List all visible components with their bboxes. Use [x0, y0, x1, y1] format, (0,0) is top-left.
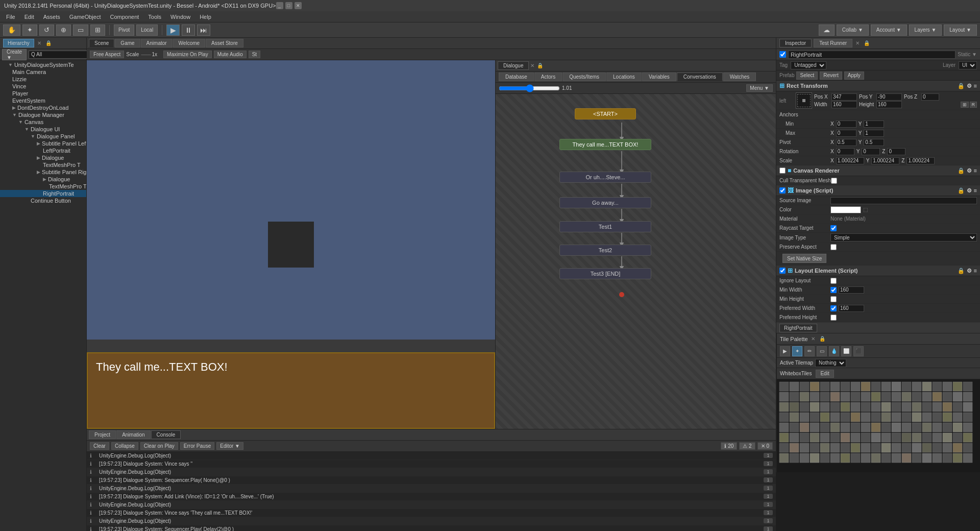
tab-console[interactable]: Console: [151, 430, 181, 439]
menu-window[interactable]: Window: [166, 13, 194, 21]
hand-tool-btn[interactable]: ✋: [3, 25, 20, 36]
hier-continue-btn[interactable]: Continue Button: [0, 197, 86, 204]
ignore-layout-cb[interactable]: [830, 278, 837, 284]
hierarchy-close[interactable]: ✕: [36, 40, 42, 46]
sub-tab-variables[interactable]: Variables: [642, 73, 676, 81]
console-item[interactable]: ℹUnityEngine.Debug.Log(Object)1: [87, 452, 776, 460]
menu-assets[interactable]: Assets: [39, 13, 64, 21]
node-response[interactable]: They call me...TEXT BOX!: [559, 139, 651, 150]
rot-y-input[interactable]: [862, 148, 880, 155]
node-opt5[interactable]: Test3 [END]: [559, 268, 651, 279]
menu-file[interactable]: File: [2, 13, 19, 21]
tile-erase-btn[interactable]: ⬜: [841, 346, 851, 356]
max-x-input[interactable]: [836, 130, 856, 137]
console-item[interactable]: ℹ[19:57:23] Dialogue System: Sequencer.P…: [87, 525, 776, 531]
step-btn[interactable]: ⏭: [197, 25, 210, 36]
console-item[interactable]: ℹ[19:57:23] Dialogue System: Vince says …: [87, 460, 776, 468]
hierarchy-create-btn[interactable]: Create ▼: [2, 49, 27, 60]
hierarchy-lock[interactable]: 🔒: [44, 40, 53, 46]
node-opt1[interactable]: Or uh....Steve...: [559, 172, 651, 183]
cull-transparent-cb[interactable]: [831, 178, 837, 184]
min-width-input[interactable]: [839, 286, 864, 294]
preferred-width-cb[interactable]: [830, 305, 837, 311]
collab-btn[interactable]: Collab ▼: [837, 25, 869, 36]
hier-dialogue-manager[interactable]: ▼Dialogue Manager: [0, 111, 86, 118]
hier-subtitle-right[interactable]: ▶Subtitle Panel Right: [0, 168, 86, 176]
edit-btn[interactable]: Edit: [816, 370, 834, 378]
console-item[interactable]: ℹUnityEngine.Debug.Log(Object)1: [87, 468, 776, 476]
rot-z-input[interactable]: [887, 148, 905, 155]
color-swatch[interactable]: [830, 206, 861, 213]
cr-menu-icon[interactable]: ≡: [974, 167, 977, 174]
console-item[interactable]: ℹUnityEngine.Debug.Log(Object)1: [87, 501, 776, 509]
inspector-lock[interactable]: 🔒: [863, 40, 871, 46]
rect-tool-btn[interactable]: ▭: [73, 25, 88, 36]
sub-tab-watches[interactable]: Watches: [723, 73, 756, 81]
hier-root[interactable]: ▼UnityDialogueSystemTe: [0, 61, 86, 68]
tile-move-btn[interactable]: ✦: [792, 346, 802, 356]
clear-btn[interactable]: Clear: [90, 442, 109, 450]
rt-r-btn[interactable]: R: [970, 102, 977, 108]
right-portrait-tab[interactable]: RightPortrait: [779, 324, 817, 332]
sub-tab-database[interactable]: Database: [499, 73, 534, 81]
hier-textmesh1[interactable]: TextMeshPro T: [0, 161, 86, 168]
is-lock-icon[interactable]: 🔒: [958, 187, 965, 194]
menu-tools[interactable]: Tools: [144, 13, 165, 21]
hier-textmesh2[interactable]: TextMeshPro T: [0, 183, 86, 190]
inspector-tab[interactable]: Inspector: [779, 39, 812, 47]
tile-fill-btn[interactable]: ⬛: [853, 346, 864, 356]
mute-audio-btn[interactable]: Mute Audio: [214, 51, 247, 58]
tab-scene[interactable]: Scene: [89, 39, 114, 47]
play-btn[interactable]: ▶: [166, 25, 180, 36]
node-start[interactable]: <START>: [575, 108, 636, 119]
select-btn[interactable]: Select: [796, 71, 818, 80]
tile-eyedrop-btn[interactable]: 💧: [829, 346, 839, 356]
clear-on-play-btn[interactable]: Clear on Play: [140, 442, 178, 450]
hierarchy-tab[interactable]: Hierarchy: [3, 39, 34, 47]
hier-dontdestroy[interactable]: ▶DontDestroyOnLoad: [0, 104, 86, 111]
tab-game[interactable]: Game: [115, 39, 140, 47]
hier-canvas[interactable]: ▼Canvas: [0, 118, 86, 126]
height-input[interactable]: [876, 101, 902, 108]
rt-expand-btn[interactable]: ⊞: [961, 102, 969, 108]
close-btn[interactable]: ✕: [295, 2, 302, 9]
pos-z-input[interactable]: [921, 93, 939, 101]
tab-project[interactable]: Project: [89, 430, 116, 439]
pivot-y-input[interactable]: [864, 139, 884, 146]
rect-transform-section[interactable]: ⊞ Rect Transform 🔒 ⚙ ≡: [776, 81, 980, 91]
console-item[interactable]: ℹUnityEngine.Debug.Log(Object)1: [87, 517, 776, 525]
console-item[interactable]: ℹ[19:57:23] Dialogue System: Sequencer.P…: [87, 476, 776, 485]
account-btn[interactable]: Account ▼: [871, 25, 907, 36]
tab-animation[interactable]: Animation: [116, 430, 150, 439]
hier-dialogue-ui[interactable]: ▼Dialogue UI: [0, 126, 86, 133]
layer-select[interactable]: UI: [959, 61, 977, 69]
le-menu-icon[interactable]: ≡: [974, 268, 977, 274]
preferred-height-cb[interactable]: [830, 315, 837, 321]
source-image-field[interactable]: [830, 197, 977, 204]
canvas-renderer-section[interactable]: ■ Canvas Renderer 🔒 ⚙ ≡: [776, 165, 980, 176]
apply-btn[interactable]: Apply: [844, 71, 864, 80]
rotate-tool-btn[interactable]: ↺: [39, 25, 54, 36]
preferred-width-input[interactable]: [839, 305, 864, 312]
active-tilemap-select[interactable]: Nothing: [815, 359, 846, 367]
test-runner-tab[interactable]: Test Runner: [814, 39, 852, 47]
multi-tool-btn[interactable]: ⊞: [90, 25, 105, 36]
scale-tool-btn[interactable]: ⊕: [56, 25, 71, 36]
hier-lizzie[interactable]: Lizzie: [0, 76, 86, 83]
menu-component[interactable]: Component: [106, 13, 143, 21]
hier-right-portrait[interactable]: RightPortrait: [0, 190, 86, 197]
pivot-btn[interactable]: Pivot: [114, 25, 134, 36]
set-native-size-btn[interactable]: Set Native Size: [782, 254, 826, 263]
max-y-input[interactable]: [864, 130, 884, 137]
is-menu-icon[interactable]: ≡: [974, 187, 977, 194]
preserve-aspect-cb[interactable]: [830, 244, 837, 250]
rt-lock-icon[interactable]: 🔒: [958, 83, 965, 89]
layout-element-enabled[interactable]: [779, 268, 786, 274]
tile-palette-lock[interactable]: 🔒: [818, 336, 826, 342]
hier-left-portrait[interactable]: LeftPortrait: [0, 147, 86, 154]
node-opt4[interactable]: Test2: [559, 245, 651, 256]
free-aspect-btn[interactable]: Free Aspect: [90, 51, 124, 58]
color-dropper[interactable]: ⬚: [863, 207, 868, 212]
sub-tab-actors[interactable]: Actors: [534, 73, 562, 81]
obj-enabled-checkbox[interactable]: [779, 51, 786, 58]
